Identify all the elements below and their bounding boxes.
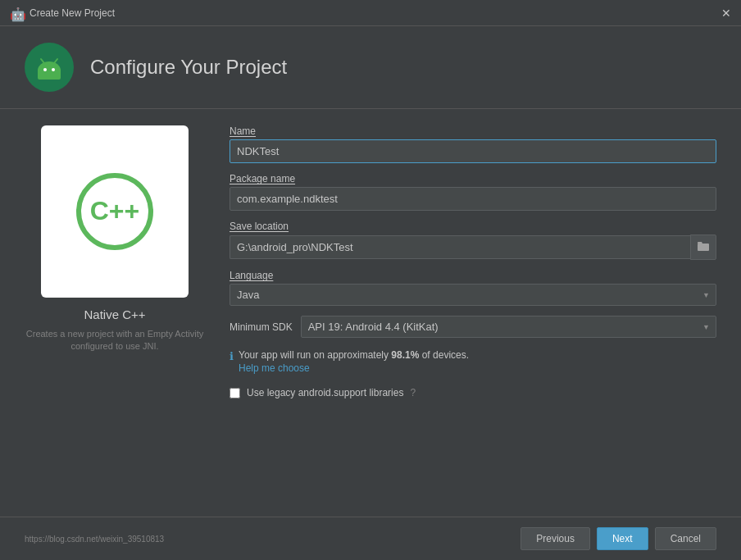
package-name-label: Package name	[230, 173, 716, 184]
dialog-content: C++ Native C++ Creates a new project wit…	[0, 109, 741, 517]
cpp-logo-svg: C++	[74, 171, 156, 253]
package-name-input[interactable]	[230, 187, 716, 211]
min-sdk-select-wrapper: API 16: Android 4.1 (Jelly Bean) API 17:…	[301, 316, 716, 338]
language-select-wrapper: Java Kotlin	[230, 284, 716, 306]
dialog-footer: https://blog.csdn.net/weixin_39510813 Pr…	[0, 517, 741, 560]
template-card: C++	[41, 125, 189, 298]
right-panel: Name Package name Save location	[230, 125, 716, 500]
svg-line-3	[54, 59, 57, 63]
info-text-before: Your app will run on approximately	[239, 349, 391, 361]
language-label: Language	[230, 270, 716, 281]
legacy-checkbox-row: Use legacy android.support libraries ?	[230, 387, 716, 398]
name-field-group: Name	[230, 125, 716, 163]
language-field-group: Language Java Kotlin	[230, 270, 716, 306]
title-bar-left: 🤖 Create New Project	[10, 7, 115, 20]
min-sdk-label: Minimum SDK	[230, 321, 293, 333]
next-button[interactable]: Next	[597, 527, 648, 550]
android-logo	[25, 43, 74, 92]
close-button[interactable]: ✕	[721, 7, 731, 19]
browse-icon	[698, 241, 709, 253]
title-bar: 🤖 Create New Project ✕	[0, 0, 741, 26]
save-location-input[interactable]	[230, 235, 690, 259]
language-select[interactable]: Java Kotlin	[230, 284, 716, 306]
min-sdk-row: Minimum SDK API 16: Android 4.1 (Jelly B…	[230, 316, 716, 338]
template-name: Native C++	[84, 307, 145, 321]
info-text-after: of devices.	[419, 349, 469, 361]
name-input[interactable]	[230, 139, 716, 163]
android-logo-svg	[34, 52, 64, 82]
package-name-field-group: Package name	[230, 173, 716, 211]
cancel-button[interactable]: Cancel	[655, 527, 716, 550]
svg-rect-8	[698, 244, 709, 251]
name-label: Name	[230, 125, 716, 137]
title-bar-title: Create New Project	[30, 7, 115, 19]
svg-text:C++: C++	[90, 196, 139, 225]
svg-line-2	[41, 59, 44, 63]
svg-rect-1	[38, 69, 61, 80]
footer-url: https://blog.csdn.net/weixin_39510813	[25, 535, 164, 544]
info-row: ℹ Your app will run on approximately 98.…	[230, 349, 716, 374]
save-location-field-group: Save location	[230, 221, 716, 260]
legacy-checkbox[interactable]	[230, 388, 240, 398]
dialog-header: Configure Your Project	[0, 26, 741, 109]
previous-button[interactable]: Previous	[521, 527, 590, 550]
info-percent: 98.1%	[391, 349, 419, 361]
dialog-body: Configure Your Project C++ Native C++	[0, 26, 741, 560]
save-location-label: Save location	[230, 221, 716, 232]
svg-point-4	[43, 68, 47, 71]
info-icon: ℹ	[230, 350, 234, 362]
android-icon: 🤖	[10, 7, 23, 20]
cpp-logo: C++	[74, 171, 156, 253]
question-icon[interactable]: ?	[410, 387, 416, 398]
svg-point-5	[52, 68, 55, 71]
legacy-checkbox-label: Use legacy android.support libraries	[247, 387, 403, 398]
dialog-title: Configure Your Project	[90, 56, 287, 79]
help-me-choose-link[interactable]: Help me choose	[239, 362, 469, 374]
info-content: Your app will run on approximately 98.1%…	[239, 349, 469, 374]
left-panel: C++ Native C++ Creates a new project wit…	[25, 125, 205, 500]
folder-icon-svg	[698, 241, 709, 251]
browse-button[interactable]	[690, 234, 716, 260]
save-location-input-row	[230, 234, 716, 260]
min-sdk-select[interactable]: API 16: Android 4.1 (Jelly Bean) API 17:…	[301, 316, 716, 338]
template-desc: Creates a new project with an Empty Acti…	[25, 328, 205, 353]
